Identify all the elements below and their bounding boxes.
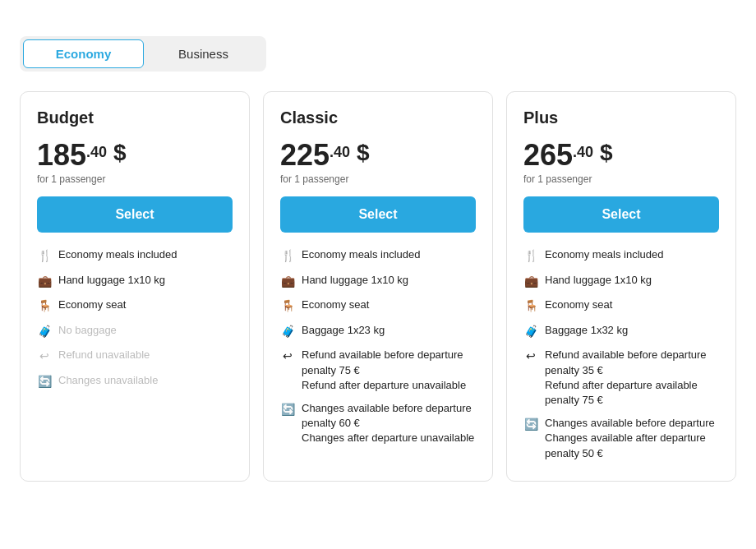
price-currency-plus: $ — [600, 141, 613, 166]
price-currency-budget: $ — [113, 141, 127, 166]
feature-text-classic-2: Economy seat — [302, 298, 476, 312]
feature-item-budget-5: 🔄 Changes unavailable — [37, 373, 233, 390]
tab-business[interactable]: Business — [144, 39, 263, 68]
feature-icon-budget-5: 🔄 — [37, 374, 52, 390]
feature-item-classic-0: 🍴 Economy meals included — [280, 247, 476, 265]
tab-bar: Economy Business — [20, 36, 266, 72]
select-button-plus[interactable]: Select — [523, 196, 719, 233]
feature-icon-classic-0: 🍴 — [280, 248, 295, 265]
feature-item-classic-5: 🔄 Changes available before departure pen… — [280, 401, 476, 446]
feature-text-budget-2: Economy seat — [58, 298, 233, 312]
feature-text-classic-0: Economy meals included — [302, 247, 476, 262]
select-button-classic[interactable]: Select — [280, 196, 476, 233]
feature-icon-plus-4: ↩ — [523, 348, 538, 365]
feature-item-budget-1: 💼 Hand luggage 1x10 kg — [37, 273, 233, 290]
feature-item-plus-3: 🧳 Baggage 1x32 kg — [523, 323, 719, 340]
price-main-plus: 265 — [523, 141, 573, 170]
feature-icon-plus-3: 🧳 — [523, 324, 538, 340]
features-list-classic: 🍴 Economy meals included 💼 Hand luggage … — [280, 247, 476, 446]
card-title-plus: Plus — [523, 108, 719, 127]
feature-icon-budget-2: 🪑 — [37, 298, 52, 315]
feature-text-budget-1: Hand luggage 1x10 kg — [58, 273, 233, 288]
feature-icon-budget-4: ↩ — [37, 348, 52, 365]
price-main-budget: 185 — [37, 141, 86, 170]
feature-text-plus-0: Economy meals included — [545, 247, 719, 262]
feature-icon-plus-1: 💼 — [523, 274, 538, 290]
feature-text-plus-4: Refund available before departure penalt… — [545, 348, 719, 408]
feature-item-plus-0: 🍴 Economy meals included — [523, 247, 719, 265]
price-label-classic: for 1 passenger — [280, 173, 476, 185]
price-row-budget: 185.40$ — [37, 141, 233, 170]
feature-item-plus-1: 💼 Hand luggage 1x10 kg — [523, 273, 719, 290]
card-title-classic: Classic — [280, 108, 476, 127]
feature-item-budget-4: ↩ Refund unavailable — [37, 348, 233, 365]
feature-item-budget-2: 🪑 Economy seat — [37, 298, 233, 315]
feature-icon-plus-0: 🍴 — [523, 248, 538, 265]
price-decimal-budget: .40 — [86, 144, 107, 161]
price-currency-classic: $ — [357, 141, 370, 166]
card-budget: Budget 185.40$ for 1 passenger Select 🍴 … — [20, 91, 250, 482]
select-button-budget[interactable]: Select — [37, 196, 233, 233]
feature-icon-classic-5: 🔄 — [280, 402, 295, 418]
feature-text-classic-1: Hand luggage 1x10 kg — [302, 273, 476, 288]
card-classic: Classic 225.40$ for 1 passenger Select 🍴… — [263, 91, 493, 482]
price-main-classic: 225 — [280, 141, 330, 170]
features-list-budget: 🍴 Economy meals included 💼 Hand luggage … — [37, 247, 233, 390]
card-plus: Plus 265.40$ for 1 passenger Select 🍴 Ec… — [506, 91, 736, 482]
feature-icon-budget-3: 🧳 — [37, 324, 52, 340]
price-row-classic: 225.40$ — [280, 141, 476, 170]
feature-text-plus-5: Changes available before departureChange… — [545, 416, 719, 461]
feature-item-classic-2: 🪑 Economy seat — [280, 298, 476, 315]
feature-item-classic-1: 💼 Hand luggage 1x10 kg — [280, 273, 476, 290]
features-list-plus: 🍴 Economy meals included 💼 Hand luggage … — [523, 247, 719, 461]
feature-text-budget-0: Economy meals included — [58, 247, 233, 262]
price-label-plus: for 1 passenger — [523, 173, 719, 185]
feature-icon-budget-1: 💼 — [37, 274, 52, 290]
card-title-budget: Budget — [37, 108, 233, 127]
feature-text-plus-3: Baggage 1x32 kg — [545, 323, 719, 338]
price-decimal-plus: .40 — [573, 144, 593, 161]
price-decimal-classic: .40 — [330, 144, 350, 161]
feature-item-plus-5: 🔄 Changes available before departureChan… — [523, 416, 719, 461]
feature-item-classic-4: ↩ Refund available before departure pena… — [280, 348, 476, 393]
feature-item-plus-2: 🪑 Economy seat — [523, 298, 719, 315]
cards-row: Budget 185.40$ for 1 passenger Select 🍴 … — [20, 91, 736, 482]
feature-item-plus-4: ↩ Refund available before departure pena… — [523, 348, 719, 408]
feature-text-plus-2: Economy seat — [545, 298, 719, 312]
feature-icon-classic-1: 💼 — [280, 274, 295, 290]
feature-text-classic-3: Baggage 1x23 kg — [302, 323, 476, 338]
feature-item-classic-3: 🧳 Baggage 1x23 kg — [280, 323, 476, 340]
feature-text-budget-3: No baggage — [58, 323, 233, 338]
feature-icon-plus-2: 🪑 — [523, 298, 538, 315]
feature-icon-classic-2: 🪑 — [280, 298, 295, 315]
feature-text-budget-4: Refund unavailable — [58, 348, 233, 362]
feature-text-classic-5: Changes available before departure penal… — [302, 401, 476, 446]
feature-icon-classic-4: ↩ — [280, 348, 295, 365]
feature-icon-classic-3: 🧳 — [280, 324, 295, 340]
feature-text-classic-4: Refund available before departure penalt… — [302, 348, 476, 393]
price-label-budget: for 1 passenger — [37, 173, 233, 185]
feature-text-budget-5: Changes unavailable — [58, 373, 233, 388]
feature-icon-budget-0: 🍴 — [37, 248, 52, 265]
feature-item-budget-3: 🧳 No baggage — [37, 323, 233, 340]
feature-icon-plus-5: 🔄 — [523, 417, 538, 433]
tab-economy[interactable]: Economy — [23, 39, 144, 68]
feature-item-budget-0: 🍴 Economy meals included — [37, 247, 233, 265]
price-row-plus: 265.40$ — [523, 141, 719, 170]
feature-text-plus-1: Hand luggage 1x10 kg — [545, 273, 719, 288]
